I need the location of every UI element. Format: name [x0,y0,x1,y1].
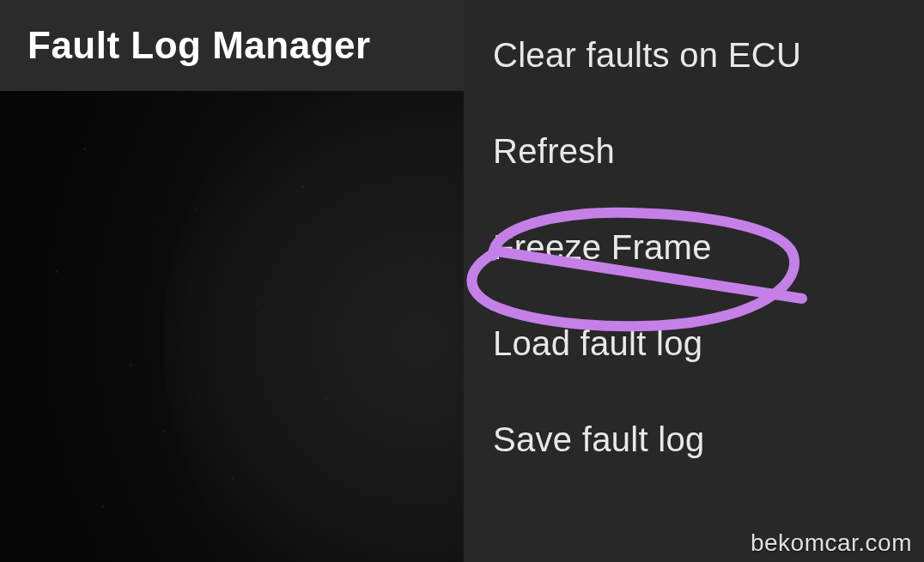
menu-item-clear-faults[interactable]: Clear faults on ECU [464,21,924,103]
menu-item-refresh[interactable]: Refresh [464,103,924,199]
watermark-text: bekomcar.com [751,529,912,557]
page-title: Fault Log Manager [27,24,371,67]
app-container: Fault Log Manager Clear faults on ECU Re… [0,0,924,562]
background-texture [0,91,464,562]
menu-panel: Clear faults on ECU Refresh Freeze Frame… [464,0,924,562]
title-bar: Fault Log Manager [0,0,464,91]
menu-item-load-fault-log[interactable]: Load fault log [464,295,924,391]
menu-item-freeze-frame[interactable]: Freeze Frame [464,199,924,295]
menu-item-save-fault-log[interactable]: Save fault log [464,391,924,487]
left-panel: Fault Log Manager [0,0,464,562]
